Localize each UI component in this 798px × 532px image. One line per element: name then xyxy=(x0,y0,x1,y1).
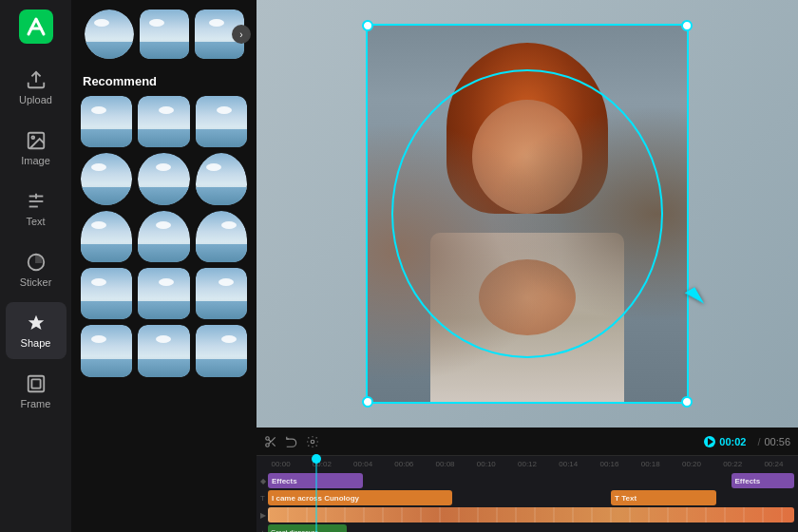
sidebar-item-shape-label: Shape xyxy=(21,337,51,349)
canvas-area[interactable] xyxy=(256,0,798,428)
sidebar-item-upload-label: Upload xyxy=(19,94,52,105)
undo-icon[interactable] xyxy=(285,435,298,448)
sidebar-item-frame-label: Frame xyxy=(21,398,51,409)
sidebar: Upload Image Text Sticker Shape xyxy=(0,0,71,532)
app-logo[interactable] xyxy=(19,10,53,44)
carousel-item-2[interactable] xyxy=(140,10,189,59)
shape-grid-item-5[interactable] xyxy=(138,153,189,204)
sidebar-item-shape[interactable]: Shape xyxy=(6,302,66,359)
shape-grid-item-7[interactable] xyxy=(81,211,132,262)
ruler-mark: 00:08 xyxy=(425,460,466,468)
timeline-toolbar: 00:02 / 00:56 xyxy=(256,428,798,456)
svg-point-16 xyxy=(311,440,314,444)
track-came: T I came across Cunology T Text xyxy=(260,490,794,505)
ruler-mark: 00:04 xyxy=(342,460,383,468)
svg-line-14 xyxy=(272,443,275,446)
ruler-mark: 00:14 xyxy=(548,460,589,468)
photo-container[interactable] xyxy=(366,24,689,404)
svg-point-11 xyxy=(266,436,270,440)
shape-grid-item-15[interactable] xyxy=(196,325,247,376)
shape-grid-item-2[interactable] xyxy=(138,96,189,147)
svg-point-12 xyxy=(266,443,270,446)
track-audio-inner: Great disposure xyxy=(268,524,794,532)
shape-grid xyxy=(71,96,256,387)
svg-rect-9 xyxy=(28,376,44,392)
track-effects-label: ◆ xyxy=(260,477,266,485)
photo-image xyxy=(366,24,689,404)
track-came-label: T xyxy=(260,494,266,503)
main-area: 00:02 / 00:56 00:00 00:02 00:04 00:06 00… xyxy=(256,0,798,532)
svg-line-15 xyxy=(269,439,271,441)
shape-grid-item-12[interactable] xyxy=(196,268,247,319)
svg-rect-10 xyxy=(31,379,40,388)
ruler-mark: 00:02 xyxy=(301,460,342,468)
shape-grid-item-14[interactable] xyxy=(138,325,189,376)
ruler-mark: 00:22 xyxy=(712,460,753,468)
shape-grid-item-9[interactable] xyxy=(196,211,247,262)
timeline-total-time: 00:56 xyxy=(764,436,790,447)
shape-grid-item-13[interactable] xyxy=(81,325,132,376)
ruler-marks: 00:00 00:02 00:04 00:06 00:08 00:10 00:1… xyxy=(260,460,794,468)
sidebar-item-text-label: Text xyxy=(26,216,45,227)
timeline-playhead[interactable] xyxy=(312,454,321,464)
shape-carousel: › xyxy=(71,0,256,68)
timeline-tracks: ◆ Effects Effects T I came across Cunolo… xyxy=(256,471,798,532)
shape-grid-item-4[interactable] xyxy=(81,153,132,204)
shape-grid-item-8[interactable] xyxy=(138,211,189,262)
ruler-mark: 00:16 xyxy=(589,460,630,468)
carousel-item-1[interactable] xyxy=(85,10,134,59)
sidebar-item-sticker-label: Sticker xyxy=(20,276,52,288)
track-came-inner: I came across Cunology T Text xyxy=(268,490,794,505)
timeline-separator: / xyxy=(757,436,760,447)
settings-icon[interactable] xyxy=(306,435,319,448)
clip-audio-main[interactable]: Great disposure xyxy=(268,524,347,532)
track-video-inner xyxy=(268,507,794,522)
ruler-mark: 00:00 xyxy=(260,460,301,468)
ruler-mark: 00:24 xyxy=(753,460,794,468)
svg-rect-0 xyxy=(19,10,53,44)
ruler-mark: 00:10 xyxy=(466,460,506,468)
ruler-mark: 00:20 xyxy=(671,460,712,468)
play-icon[interactable] xyxy=(704,436,715,447)
clip-effects-2[interactable]: Effects xyxy=(732,473,794,488)
sidebar-item-sticker[interactable]: Sticker xyxy=(6,241,66,298)
track-video-label: ▶ xyxy=(260,511,266,520)
ruler-mark: 00:06 xyxy=(384,460,425,468)
shape-panel: › Recommend xyxy=(71,0,256,532)
sidebar-item-upload[interactable]: Upload xyxy=(6,59,66,116)
carousel-next-arrow[interactable]: › xyxy=(232,25,251,44)
timeline-ruler: 00:00 00:02 00:04 00:06 00:08 00:10 00:1… xyxy=(256,456,798,471)
ruler-mark: 00:12 xyxy=(506,460,547,468)
svg-point-3 xyxy=(31,136,34,139)
clip-video-main[interactable] xyxy=(268,507,794,522)
track-video: ▶ xyxy=(260,507,794,522)
timeline: 00:02 / 00:56 00:00 00:02 00:04 00:06 00… xyxy=(256,428,798,532)
track-audio-label: ♪ xyxy=(260,528,266,533)
track-effects-inner: Effects Effects xyxy=(268,473,794,488)
shape-grid-item-1[interactable] xyxy=(81,96,132,147)
cut-icon[interactable] xyxy=(264,435,277,448)
track-audio: ♪ Great disposure xyxy=(260,524,794,532)
clip-came[interactable]: I came across Cunology xyxy=(268,490,452,505)
shape-grid-item-6[interactable] xyxy=(196,153,247,204)
sidebar-item-image[interactable]: Image xyxy=(6,120,66,177)
section-recommend-label: Recommend xyxy=(71,68,256,96)
shape-grid-item-3[interactable] xyxy=(196,96,247,147)
shape-grid-item-11[interactable] xyxy=(138,268,189,319)
sidebar-item-text[interactable]: Text xyxy=(6,180,66,238)
track-effects: ◆ Effects Effects xyxy=(260,473,794,488)
clip-text[interactable]: T Text xyxy=(611,490,716,505)
sidebar-item-image-label: Image xyxy=(21,155,50,166)
sidebar-item-frame[interactable]: Frame xyxy=(6,363,66,420)
timeline-current-time: 00:02 xyxy=(719,436,746,447)
ruler-mark: 00:18 xyxy=(630,460,671,468)
shape-grid-item-10[interactable] xyxy=(81,268,132,319)
